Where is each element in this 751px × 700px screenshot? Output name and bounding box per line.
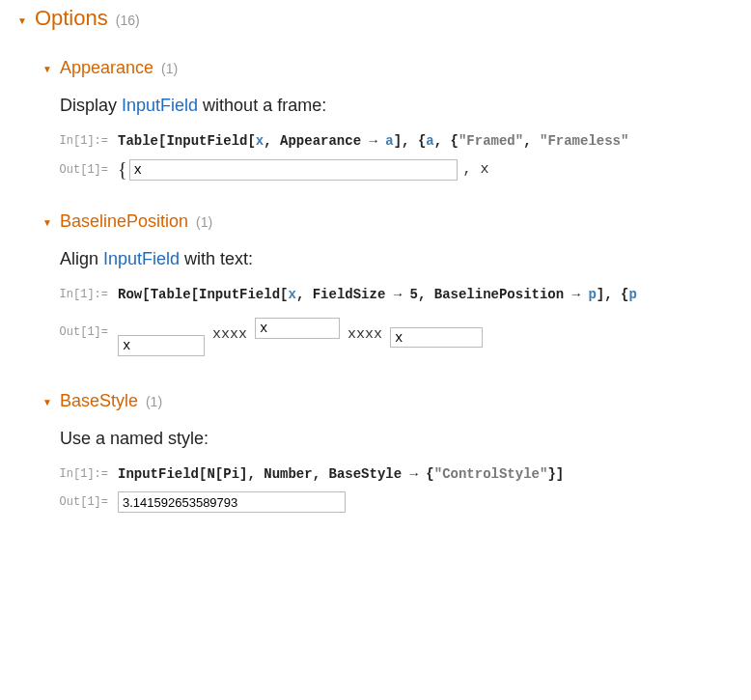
appearance-description: Display InputField without a frame: bbox=[60, 96, 751, 116]
framed-input-field[interactable] bbox=[129, 159, 458, 181]
options-title: Options bbox=[35, 6, 108, 31]
options-header[interactable]: ▼ Options (16) bbox=[17, 0, 751, 31]
chevron-down-icon: ▼ bbox=[42, 218, 52, 228]
in-label: In[1]:= bbox=[58, 134, 118, 148]
basestyle-subsection: ▼ BaseStyle (1) Use a named style: In[1]… bbox=[17, 391, 751, 513]
basestyle-title: BaseStyle bbox=[60, 391, 138, 411]
appearance-subsection: ▼ Appearance (1) Display InputField with… bbox=[17, 58, 751, 181]
baseline-input-row: In[1]:= Row[Table[InputField[x, FieldSiz… bbox=[58, 287, 751, 302]
in-label: In[1]:= bbox=[58, 288, 118, 301]
appearance-header[interactable]: ▼ Appearance (1) bbox=[42, 58, 751, 78]
appearance-input-row: In[1]:= Table[InputField[x, Appearance →… bbox=[58, 133, 751, 149]
baseline-description: Align InputField with text: bbox=[60, 249, 751, 269]
out-label: Out[1]= bbox=[58, 495, 118, 509]
appearance-output-row: Out[1]= { , x bbox=[58, 158, 751, 181]
baseline-field-center[interactable] bbox=[255, 318, 340, 339]
baseline-title: BaselinePosition bbox=[60, 211, 188, 232]
basestyle-output-row: Out[1]= bbox=[58, 491, 751, 513]
baseline-header[interactable]: ▼ BaselinePosition (1) bbox=[42, 211, 751, 232]
basestyle-output-field[interactable] bbox=[118, 491, 346, 513]
baseline-output-row: Out[1]= xxxx xxxx bbox=[58, 312, 751, 360]
chevron-down-icon: ▼ bbox=[17, 16, 27, 26]
brace-open: { bbox=[118, 158, 129, 181]
chevron-down-icon: ▼ bbox=[42, 65, 52, 74]
appearance-code[interactable]: Table[InputField[x, Appearance → a], {a,… bbox=[118, 133, 628, 149]
inputfield-link[interactable]: InputField bbox=[122, 96, 198, 115]
out-label: Out[1]= bbox=[58, 325, 118, 339]
basestyle-input-row: In[1]:= InputField[N[Pi], Number, BaseSt… bbox=[58, 466, 751, 482]
baseline-field-top[interactable] bbox=[390, 327, 483, 348]
baseline-code[interactable]: Row[Table[InputField[x, FieldSize → 5, B… bbox=[118, 287, 637, 302]
text-separator: xxxx bbox=[205, 327, 255, 342]
frameless-output: , x bbox=[458, 161, 489, 178]
appearance-title: Appearance bbox=[60, 58, 153, 78]
inputfield-link[interactable]: InputField bbox=[103, 249, 180, 268]
out-label: Out[1]= bbox=[58, 163, 118, 177]
baseline-field-bottom[interactable] bbox=[118, 335, 205, 356]
in-label: In[1]:= bbox=[58, 467, 118, 481]
basestyle-count: (1) bbox=[146, 394, 162, 409]
chevron-down-icon: ▼ bbox=[42, 398, 52, 407]
basestyle-header[interactable]: ▼ BaseStyle (1) bbox=[42, 391, 751, 411]
basestyle-description: Use a named style: bbox=[60, 429, 751, 449]
appearance-count: (1) bbox=[161, 61, 178, 76]
basestyle-code[interactable]: InputField[N[Pi], Number, BaseStyle → {"… bbox=[118, 466, 564, 482]
text-separator: xxxx bbox=[340, 327, 390, 342]
options-count: (16) bbox=[116, 13, 140, 28]
baseline-subsection: ▼ BaselinePosition (1) Align InputField … bbox=[17, 211, 751, 360]
baseline-count: (1) bbox=[196, 214, 212, 230]
